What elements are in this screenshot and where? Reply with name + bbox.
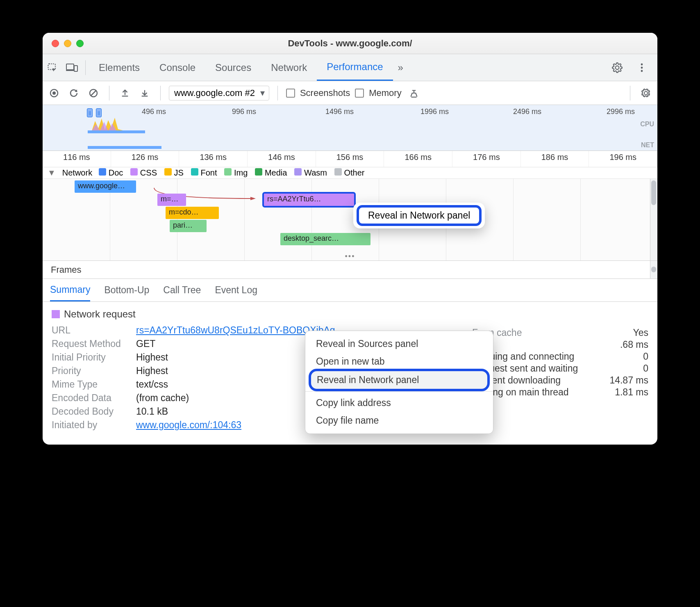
screenshots-label: Screenshots <box>300 88 350 98</box>
gc-icon[interactable] <box>407 86 421 100</box>
network-track-header[interactable]: ▼ Network Doc CSS JS Font Img Media Wasm… <box>43 167 657 179</box>
time-col: 176 ms <box>452 151 521 167</box>
time-col: 146 ms <box>248 151 316 167</box>
field-label: Encoded Data <box>52 392 130 404</box>
legend: Doc CSS JS Font Img Media Wasm Other <box>99 168 364 178</box>
field-label: Decoded Body <box>52 406 130 417</box>
time-col: 186 ms <box>521 151 589 167</box>
divider <box>109 86 109 100</box>
tab-summary[interactable]: Summary <box>50 279 90 301</box>
settings-icon[interactable] <box>609 59 625 76</box>
initiator-link[interactable]: www.google.com/:104:63 <box>136 420 241 431</box>
context-menu: Reveal in Sources panel Open in new tab … <box>305 331 493 434</box>
reveal-tooltip: Reveal in Network panel <box>353 203 485 228</box>
field-value: text/css <box>136 379 168 390</box>
time-col: 116 ms <box>43 151 111 167</box>
record-icon[interactable] <box>47 86 61 100</box>
resize-handle-icon[interactable]: ••• <box>345 252 355 261</box>
field-value: (from cache) <box>136 392 189 404</box>
upload-icon[interactable] <box>118 86 132 100</box>
svg-rect-3 <box>66 70 74 71</box>
net-item-selected[interactable]: rs=AA2YrTtu6… <box>264 194 354 206</box>
field-value: 1.81 ms <box>615 387 648 398</box>
field-label: Initial Priority <box>52 352 130 363</box>
frames-label: Frames <box>51 265 82 275</box>
net-item[interactable]: desktop_searc… <box>280 233 370 245</box>
net-item[interactable]: www.google… <box>75 180 136 193</box>
legend-item: Media <box>265 168 287 177</box>
reload-icon[interactable] <box>66 86 81 100</box>
net-spark <box>88 146 161 149</box>
cm-copy-link[interactable]: Copy link address <box>305 394 493 412</box>
device-icon[interactable] <box>64 59 80 76</box>
tab-network[interactable]: Network <box>261 54 317 81</box>
legend-item: Other <box>344 168 364 177</box>
net-item[interactable]: m=cdo… <box>166 207 219 219</box>
frames-row[interactable]: Frames <box>43 261 657 279</box>
clear-icon[interactable] <box>86 86 101 100</box>
ov-time: 1996 ms <box>420 107 449 116</box>
ov-time: 496 ms <box>142 107 166 116</box>
svg-point-4 <box>641 63 643 65</box>
network-flamechart[interactable]: www.google… m=… rs=AA2YrTtu6… m=cdo… par… <box>43 179 657 261</box>
svg-point-8 <box>52 91 56 95</box>
memory-checkbox[interactable] <box>355 89 364 98</box>
time-col: 196 ms <box>589 151 657 167</box>
field-label: Initiated by <box>52 420 130 431</box>
panel-settings-icon[interactable] <box>639 86 653 100</box>
tab-bottom-up[interactable]: Bottom-Up <box>104 279 149 301</box>
field-value: 14.87 ms <box>609 375 648 386</box>
tab-console[interactable]: Console <box>150 54 205 81</box>
vscroll-track[interactable] <box>650 179 657 260</box>
overview[interactable]: || || 496 ms 996 ms 1496 ms 1996 ms 2496… <box>43 105 657 151</box>
ov-time: 2496 ms <box>513 107 541 116</box>
cm-copy-filename[interactable]: Copy file name <box>305 412 493 429</box>
download-icon[interactable] <box>137 86 152 100</box>
cm-open-new-tab[interactable]: Open in new tab <box>305 353 493 370</box>
cpu-label: CPU <box>640 121 654 128</box>
vscroll-track[interactable] <box>650 261 657 278</box>
menu-separator <box>305 391 493 392</box>
divider <box>85 60 86 75</box>
net-item[interactable]: m=… <box>157 194 186 206</box>
time-col: 166 ms <box>384 151 452 167</box>
tab-event-log[interactable]: Event Log <box>215 279 257 301</box>
screenshots-checkbox[interactable] <box>286 89 295 98</box>
ov-time: 2996 ms <box>607 107 635 116</box>
svg-rect-11 <box>411 96 416 97</box>
vscroll-thumb[interactable] <box>651 180 656 205</box>
legend-item: Img <box>234 168 248 177</box>
cm-reveal-sources[interactable]: Reveal in Sources panel <box>305 335 493 353</box>
legend-item: JS <box>174 168 184 177</box>
legend-item: Wasm <box>304 168 327 177</box>
field-label: Request Method <box>52 338 130 349</box>
field-label: Mime Type <box>52 379 130 390</box>
memory-label: Memory <box>369 88 401 98</box>
tab-performance[interactable]: Performance <box>317 54 393 81</box>
tab-sources[interactable]: Sources <box>205 54 261 81</box>
field-value: 10.1 kB <box>136 406 168 417</box>
inspect-icon[interactable] <box>44 59 61 76</box>
field-value: GET <box>136 338 155 349</box>
summary-panel: Network request URLrs=AA2YrTtu68wU8rQSEu… <box>43 302 657 445</box>
vscroll-thumb[interactable] <box>651 267 656 272</box>
net-label: NET <box>641 141 654 149</box>
window-title: DevTools - www.google.com/ <box>43 38 657 49</box>
net-spark <box>88 130 145 133</box>
profile-select[interactable]: www.google.com #2 <box>169 86 269 100</box>
more-tabs-icon[interactable]: » <box>398 62 403 73</box>
color-swatch <box>52 310 60 318</box>
kebab-icon[interactable] <box>634 59 650 76</box>
legend-item: CSS <box>140 168 157 177</box>
detail-tabs: Summary Bottom-Up Call Tree Event Log <box>43 279 657 302</box>
net-item[interactable]: pari… <box>170 220 207 232</box>
tab-elements[interactable]: Elements <box>89 54 150 81</box>
svg-line-10 <box>91 91 96 96</box>
tab-call-tree[interactable]: Call Tree <box>163 279 201 301</box>
field-label: URL <box>52 325 130 336</box>
ov-time: 996 ms <box>232 107 256 116</box>
cm-reveal-network[interactable]: Reveal in Network panel <box>311 371 487 389</box>
legend-item: Doc <box>109 168 123 177</box>
field-value: 0 <box>643 363 648 374</box>
collapse-icon[interactable]: ▼ <box>48 168 56 178</box>
